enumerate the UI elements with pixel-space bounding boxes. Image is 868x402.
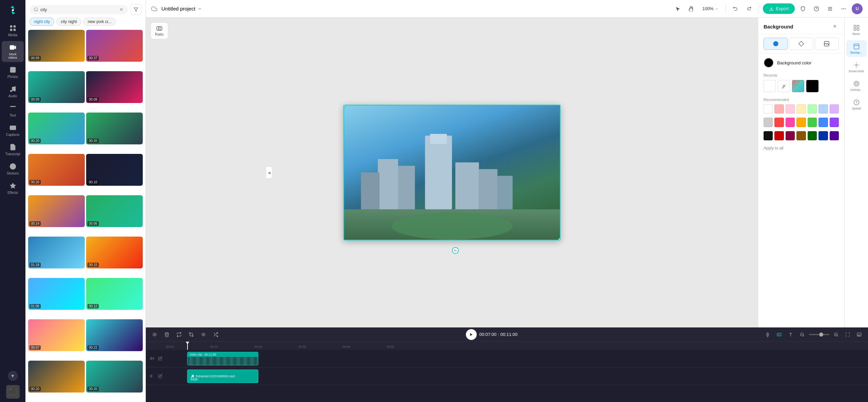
color-dark-green[interactable] — [808, 131, 817, 140]
color-light-pink[interactable] — [786, 104, 795, 114]
color-dark-blue[interactable] — [818, 131, 828, 140]
recent-color-gradient[interactable] — [792, 80, 804, 92]
tag-city-night[interactable]: city night — [56, 18, 81, 26]
video-canvas[interactable] — [343, 105, 560, 240]
sidebar-bottom-btn[interactable]: ⬛ — [6, 385, 20, 399]
sidebar-item-transcript[interactable]: Transcript — [2, 141, 24, 159]
sidebar-collapse-arrow[interactable]: ▼ — [8, 371, 18, 381]
rotation-handle[interactable]: ↻ — [452, 247, 459, 254]
media-grid-item[interactable]: 00:20 — [28, 113, 85, 144]
color-light-blue[interactable] — [818, 104, 828, 114]
delete-button[interactable] — [162, 330, 172, 339]
shield-button[interactable] — [797, 3, 808, 14]
sidebar-item-stock-videos[interactable]: Stockvideos — [2, 41, 24, 62]
play-button[interactable] — [466, 329, 477, 340]
loop-button[interactable] — [174, 330, 184, 339]
color-green[interactable] — [808, 118, 817, 127]
shuffle-button[interactable] — [211, 330, 220, 339]
sidebar-item-media[interactable]: Media — [2, 22, 24, 40]
bg-tab-image[interactable] — [815, 38, 839, 50]
project-name[interactable]: Untitled project — [161, 6, 202, 12]
color-light-green[interactable] — [808, 104, 817, 114]
search-input[interactable] — [40, 7, 117, 12]
media-grid-item[interactable]: 01:18 — [28, 237, 85, 268]
more-options-button[interactable] — [838, 3, 849, 14]
color-white[interactable] — [764, 104, 773, 114]
microphone-button[interactable] — [763, 330, 772, 339]
bg-tab-color[interactable] — [764, 38, 788, 50]
media-grid-item[interactable]: 00:15 — [86, 237, 143, 268]
bg-tab-gradient[interactable] — [789, 38, 813, 50]
volume-icon-audio[interactable] — [149, 373, 155, 380]
video-track-area[interactable]: video clip 00:11:00 — [166, 350, 868, 367]
right-panel-smart-tools[interactable]: Smart tools — [846, 59, 867, 76]
canvas-handle-br[interactable] — [558, 238, 560, 240]
crop-button[interactable] — [186, 330, 196, 339]
user-avatar[interactable]: U — [852, 3, 863, 14]
audio-track-area[interactable]: Extracted-20231090930.mp3 — [166, 367, 868, 385]
media-grid-item[interactable]: 00:20 — [86, 113, 143, 144]
color-pink[interactable] — [786, 118, 795, 127]
media-grid-item[interactable]: 01:06 — [28, 278, 85, 310]
media-grid-item[interactable]: 00:09 — [28, 71, 85, 103]
timeline-zoom-slider[interactable] — [809, 334, 829, 335]
media-grid-item[interactable]: 00:09 — [28, 30, 85, 62]
media-grid-item[interactable]: 00:22 — [86, 319, 143, 351]
bg-color-swatch[interactable] — [764, 58, 774, 68]
recent-color-white[interactable] — [764, 80, 776, 92]
media-grid-item[interactable]: 00:14 — [28, 195, 85, 227]
media-grid-item[interactable]: 00:07 — [28, 319, 85, 351]
tag-new-york[interactable]: new york ci... — [83, 18, 116, 26]
color-dark-pink[interactable] — [786, 131, 795, 140]
sidebar-item-audio[interactable]: Audio — [2, 83, 24, 101]
export-button[interactable]: Export — [763, 3, 795, 14]
color-dark-red[interactable] — [774, 131, 784, 140]
color-gray[interactable] — [764, 118, 773, 127]
color-light-purple[interactable] — [830, 104, 839, 114]
media-grid-item[interactable]: 00:20 — [28, 154, 85, 186]
hand-tool-button[interactable] — [686, 3, 697, 14]
sidebar-item-effects[interactable]: Effects — [2, 179, 24, 197]
right-panel-animate[interactable]: Animat... — [846, 78, 867, 94]
eyedropper-button[interactable] — [778, 80, 790, 92]
color-purple[interactable] — [830, 118, 839, 127]
subtitles-button[interactable] — [854, 330, 864, 339]
media-grid-item[interactable]: 00:10 — [86, 154, 143, 186]
media-grid-item[interactable]: 00:20 — [28, 361, 85, 393]
redo-button[interactable] — [744, 3, 754, 14]
ratio-button[interactable]: Ratio — [151, 22, 168, 39]
volume-icon-video[interactable] — [149, 355, 155, 362]
media-grid-item[interactable]: 00:37 — [86, 30, 143, 62]
color-red[interactable] — [774, 118, 784, 127]
zoom-slider-thumb[interactable] — [819, 333, 823, 337]
split-at-playhead-button[interactable] — [786, 330, 795, 339]
tag-night-city[interactable]: night city — [29, 18, 54, 26]
zoom-out-timeline-button[interactable] — [797, 330, 807, 339]
color-orange[interactable] — [796, 118, 806, 127]
edit-track-button[interactable] — [157, 355, 163, 362]
color-dark[interactable] — [764, 131, 773, 140]
menu-button[interactable] — [825, 3, 835, 14]
audio-clip[interactable]: Extracted-20231090930.mp3 — [187, 369, 258, 383]
color-light-red[interactable] — [774, 104, 784, 114]
flip-button[interactable] — [199, 330, 208, 339]
undo-button[interactable] — [730, 3, 741, 14]
help-button[interactable] — [811, 3, 822, 14]
clear-search-icon[interactable] — [119, 7, 124, 12]
right-panel-basic[interactable]: Basic — [846, 22, 867, 38]
color-dark-orange[interactable] — [796, 131, 806, 140]
bg-close-button[interactable]: × — [831, 22, 839, 31]
recent-color-black[interactable] — [806, 80, 818, 92]
sidebar-item-text[interactable]: Text — [2, 102, 24, 120]
sidebar-item-stickers[interactable]: Stickers — [2, 160, 24, 178]
video-clip[interactable]: video clip 00:11:00 — [187, 352, 258, 365]
apply-to-all-button[interactable]: Apply to all — [764, 144, 839, 152]
color-blue[interactable] — [818, 118, 828, 127]
panel-collapse-arrow[interactable]: ◀ — [266, 166, 272, 179]
right-panel-speed[interactable]: Speed — [846, 96, 867, 113]
edit-audio-button[interactable] — [157, 373, 163, 380]
split-button[interactable] — [150, 330, 159, 339]
cursor-tool-button[interactable] — [672, 3, 683, 14]
right-panel-background[interactable]: Backgr... — [846, 40, 867, 57]
media-grid-item[interactable]: 00:12 — [86, 278, 143, 310]
